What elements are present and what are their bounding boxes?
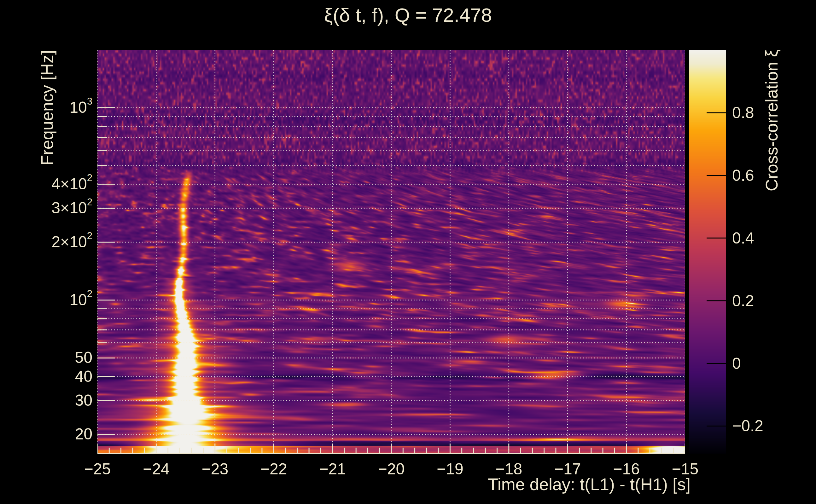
x-tick-label: −22 [261,460,287,478]
x-tick-label: −25 [84,460,111,478]
y-tick-label: 4×102 [51,176,92,192]
y-tick-label: 40 [75,368,92,385]
colorbar-tick-label: 0 [732,355,741,372]
x-tick-label: −23 [201,460,228,478]
colorbar [689,50,726,454]
x-tick-label: −19 [437,460,463,478]
x-tick-label: −21 [319,460,346,478]
x-tick-label: −16 [613,460,640,478]
x-tick-label: −20 [378,460,405,478]
chart-title: ξ(δ t, f), Q = 72.478 [324,4,492,26]
colorbar-tick-label: 0.6 [732,167,754,184]
plot-area [97,50,685,454]
y-tick-label: 30 [75,392,92,409]
x-tick-label: −24 [143,460,169,478]
colorbar-canvas [689,50,726,454]
y-tick-label: 50 [75,349,92,366]
y-tick-label: 20 [75,426,92,442]
colorbar-title: Cross-correlation ξ [762,49,781,191]
colorbar-tick-label: −0.2 [732,418,763,434]
heatmap-canvas [97,50,685,454]
colorbar-tick-label: 0.2 [732,293,754,309]
y-tick-label: 103 [69,99,92,116]
y-axis-title: Frequency [Hz] [37,50,57,165]
x-tick-label: −17 [554,460,581,478]
x-tick-label: −15 [672,460,699,478]
colorbar-tick-label: 0.4 [732,230,754,246]
colorbar-tick-label: 0.8 [732,105,754,121]
y-tick-label: 2×102 [51,234,92,250]
y-tick-label: 102 [69,292,92,308]
x-tick-label: −18 [495,460,522,478]
y-tick-label: 3×102 [51,200,92,216]
